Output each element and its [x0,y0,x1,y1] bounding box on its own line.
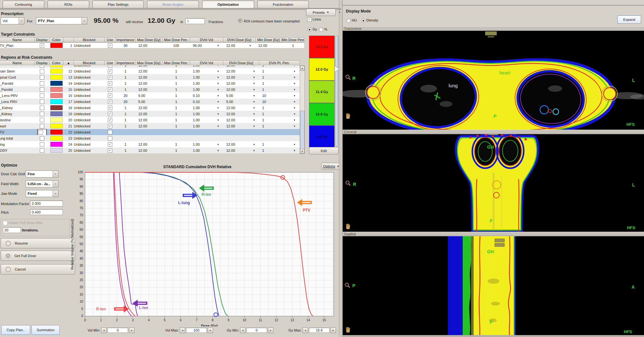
chevron-down-icon[interactable]: ▾ [294,94,295,97]
dvh-vol-cell[interactable]: 1.00▾ [190,86,223,92]
max-dose-pen-cell[interactable]: 1 [162,86,190,92]
dvh-vol-cell[interactable]: 0.10▾ [190,92,223,99]
max-dose-pen-cell[interactable]: 1 [162,111,190,117]
transverse-view[interactable]: R L P HFS lung heart [343,31,644,130]
checkbox-icon[interactable] [40,142,44,147]
chevron-down-icon[interactable]: ▾ [217,125,219,128]
blocked-cell[interactable]: Unblocked [74,105,105,111]
dvh-vol-cell[interactable] [190,129,223,135]
max-dose-cell[interactable]: 12.00 [135,105,162,111]
max-dose-pen-cell[interactable]: 1 [162,147,190,153]
color-cell[interactable] [49,80,64,86]
blocked-cell[interactable]: Unblocked [74,129,105,135]
chevron-down-icon[interactable]: ▾ [294,88,295,91]
color-cell[interactable] [49,68,64,74]
chevron-down-icon[interactable]: ▾ [253,65,255,67]
color-cell[interactable] [49,99,64,105]
checkbox-icon[interactable] [40,106,44,110]
prescription-vol-dropdown[interactable]: Vol▼ [1,17,24,24]
spinner-value[interactable]: 15.6 [309,328,330,333]
checkbox-icon[interactable] [40,124,44,128]
spinner-increment[interactable]: ▸ [129,327,134,333]
chevron-down-icon[interactable]: ▾ [294,112,295,116]
max-dose-pen-cell[interactable]: 1 [162,80,190,86]
chevron-down-icon[interactable]: ▼ [82,18,87,24]
dvh-dose-cell[interactable] [223,135,259,141]
checkbox-icon[interactable]: ✓ [108,43,112,48]
dvh-dose-cell[interactable]: 12.00▾ [223,141,259,147]
risk-row-ptv[interactable]: PTV22Unblocked [0,129,300,135]
splitter-right-icon[interactable]: ▸ [339,11,340,13]
hu-radio-option[interactable]: HU [347,18,357,23]
chevron-down-icon[interactable]: ▾ [294,82,295,85]
cancel-button[interactable]: Cancel [1,264,75,274]
max-dose-cell[interactable]: 12.00 [135,65,162,68]
max-dose-cell[interactable]: 12.00 [135,80,162,86]
column-header-color[interactable]: Color [49,60,64,66]
dvh-vol-cell[interactable]: 1.00▾ [190,123,223,129]
checkbox-icon[interactable]: ✓ [108,142,112,147]
initiate-checkbox[interactable] [3,221,7,225]
dvh-pt-pen-cell[interactable]: 1▾ [259,65,300,68]
dvh-pt-pen-cell[interactable] [259,129,300,135]
max-dose-pen-cell[interactable]: 100 [162,43,190,48]
max-dose-pen-cell[interactable]: 1 [162,74,190,80]
colorbar-slider-handle[interactable] [335,66,339,72]
panel-splitter[interactable] [339,0,343,337]
column-header-blocked[interactable]: Blocked [74,60,105,66]
dvh-vol-cell[interactable]: 1.00▾ [190,74,223,80]
checkbox-icon[interactable] [40,87,44,92]
dvh-vol-cell[interactable]: 1.00▾ [190,147,223,153]
max-dose-pen-cell[interactable]: 1 [162,141,190,147]
checkbox-icon[interactable]: ✓ [108,81,112,86]
dvh-dose-cell[interactable]: 5.00▾ [223,92,259,99]
column-header-max-dose-pen[interactable]: Max Dose Pen. [162,60,190,66]
dose-level-11-4-gy[interactable]: 11.4 Gy [309,81,335,103]
dvh-pt-pen-cell[interactable]: 1▾ [259,141,300,147]
spinner-decrement[interactable]: ◂ [180,327,185,333]
checkbox-icon[interactable] [40,81,44,86]
color-cell[interactable] [49,74,64,80]
dvh-dose-cell[interactable]: 12.00▾ [223,68,259,74]
dvh-dose-cell[interactable]: 12.00▾ [223,80,259,86]
max-dose-pen-cell[interactable]: 1 [162,105,190,111]
column-header-display[interactable]: Display [35,37,49,43]
max-dose-cell[interactable]: 12.00 [135,147,162,153]
jaw-mode-dropdown[interactable]: Fixed▼ [26,190,58,197]
column-header-name[interactable]: Name [0,37,35,43]
hu-radio[interactable] [347,19,351,23]
modulation-factor-input[interactable]: 2.000 [30,201,63,206]
blocked-cell[interactable]: Unblocked [74,92,105,99]
spinner-increment[interactable]: ▸ [268,327,273,333]
column-header-blocked[interactable]: Blocked [74,37,105,43]
iterations-input[interactable]: 20 [3,227,21,233]
risk-row-l-lens-prv[interactable]: L_Lens PRV17Unblocked✓205.0010.10▾5.00▾1… [0,99,300,105]
risk-row-r-lens-prv[interactable]: R_Lens PRV16Unblocked✓205.0010.10▾5.00▾1… [0,92,300,99]
importance-cell[interactable]: 1 [116,117,135,123]
max-dose-cell[interactable] [135,135,162,141]
chevron-down-icon[interactable]: ▾ [217,149,219,152]
column-header-max-dose-gy[interactable]: Max Dose [Gy] [135,37,162,43]
max-dose-cell[interactable]: 12.00 [135,68,162,74]
edit-button[interactable]: Edit [309,147,339,154]
color-cell[interactable] [49,135,64,141]
spinner-value[interactable]: 0 [107,328,128,333]
blocked-cell[interactable]: Unblocked [74,123,105,129]
importance-cell[interactable]: 1 [116,111,135,117]
colorbar-slider-track[interactable] [335,36,339,147]
dvh-vol-cell[interactable]: 1.00▾ [190,117,223,123]
prescription-plan-dropdown[interactable]: PTV_Plan▼ [36,17,87,24]
spinner-decrement[interactable]: ◂ [303,327,308,333]
dvh-pt-pen-cell[interactable]: 1▾ [259,80,300,86]
chevron-down-icon[interactable]: ▾ [253,82,255,85]
color-cell[interactable] [49,147,64,153]
dvh-dose-cell[interactable]: 12.00▾ [223,123,259,129]
chevron-down-icon[interactable]: ▾ [253,88,255,91]
column-header-dvh-dose-gy[interactable]: DVH Dose [Gy] [223,37,255,43]
dose-level-10-8-gy[interactable]: 10.8 Gy [309,103,335,125]
column-header-max-dose-gy[interactable]: Max Dose [Gy] [135,60,162,66]
blocked-cell[interactable]: Unblocked [74,80,105,86]
magnifier-icon[interactable] [345,74,351,80]
max-dose-cell[interactable]: 12.00 [135,74,162,80]
importance-cell[interactable]: 1 [116,147,135,153]
